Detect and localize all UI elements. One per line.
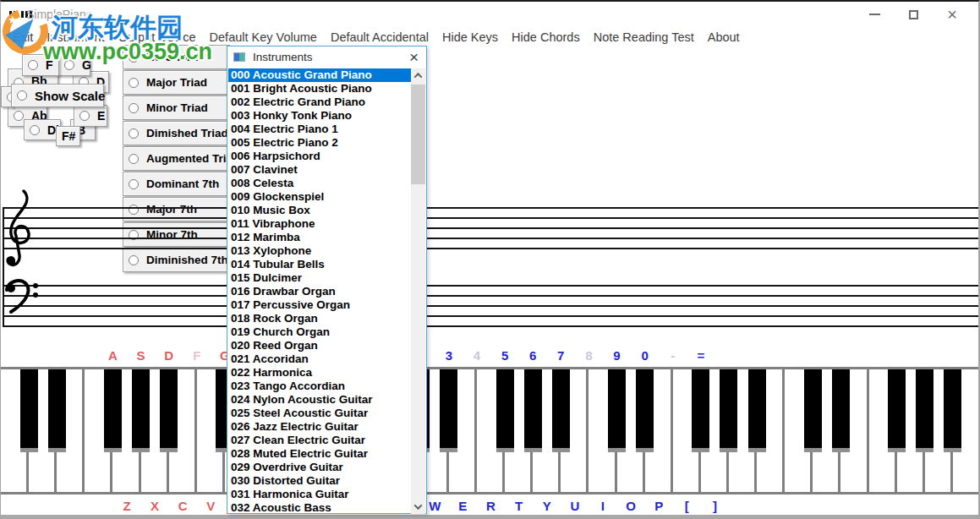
black-key-20[interactable]: [552, 369, 570, 452]
black-key-5[interactable]: [132, 369, 150, 452]
radio-key-g[interactable]: [64, 60, 74, 70]
instrument-list-item[interactable]: 025 Steel Acoustic Guitar: [228, 407, 412, 420]
radio-major-7th[interactable]: [129, 205, 139, 215]
instrument-list-item[interactable]: 011 Vibraphone: [228, 217, 412, 231]
instrument-list-item[interactable]: 030 Distorted Guitar: [228, 474, 412, 488]
chord-option-dominant-7th[interactable]: Dominant 7th: [123, 172, 230, 196]
close-button[interactable]: ×: [933, 2, 972, 27]
black-key-26[interactable]: [720, 369, 737, 452]
instrument-list-item[interactable]: 026 Jazz Electric Guitar: [228, 420, 412, 434]
instrument-list-item[interactable]: 032 Acoustic Bass: [228, 501, 412, 514]
menu-item-instrument[interactable]: Instrument: [40, 30, 112, 44]
scroll-up-button[interactable]: [411, 68, 425, 83]
chord-option-major-triad[interactable]: Major Triad: [123, 70, 230, 95]
instrument-list-item[interactable]: 013 Xylophone: [228, 244, 412, 258]
instrument-list-item[interactable]: 022 Harmonica: [228, 366, 412, 380]
instrument-list-item[interactable]: 010 Music Box: [228, 204, 412, 217]
key-panel-g[interactable]: G: [58, 54, 90, 76]
black-key-34[interactable]: [944, 369, 961, 452]
instrument-list-item[interactable]: 005 Electric Piano 2: [228, 136, 412, 150]
instrument-list-item[interactable]: 014 Tubular Bells: [228, 258, 412, 271]
chord-option-dimished-triad[interactable]: Dimished Triad: [123, 121, 230, 145]
black-key-22[interactable]: [608, 369, 626, 452]
instrument-list-item[interactable]: 008 Celesta: [228, 177, 412, 190]
radio-major-triad[interactable]: [129, 78, 139, 88]
key-panel-fsharp[interactable]: F#: [56, 126, 80, 146]
maximize-button[interactable]: [894, 2, 933, 27]
black-key-binding-label: 7: [550, 348, 572, 363]
radio-dominant-7th[interactable]: [129, 179, 139, 189]
instrument-list-item[interactable]: 001 Bright Acoustic Piano: [228, 82, 412, 96]
instrument-list-item[interactable]: 007 Clavinet: [228, 163, 412, 177]
radio-dimished-triad[interactable]: [129, 128, 139, 139]
key-panel-e[interactable]: E: [74, 105, 107, 127]
radio-diminished-7th[interactable]: [129, 255, 139, 265]
black-key-16[interactable]: [440, 369, 457, 452]
white-key-binding-label: P: [648, 499, 670, 513]
menu-item-hide-keys[interactable]: Hide Keys: [435, 30, 505, 44]
menu-item-default-key-volume[interactable]: Default Key Volume: [203, 30, 324, 44]
menu-item-output-device[interactable]: Output Device: [112, 30, 203, 44]
black-key-2[interactable]: [48, 369, 66, 452]
instrument-list-item[interactable]: 021 Accoridan: [228, 352, 412, 366]
instrument-list-item[interactable]: 002 Electric Grand Piano: [228, 96, 412, 109]
instrument-list-item[interactable]: 000 Acoustic Grand Piano: [228, 68, 412, 82]
black-key-6[interactable]: [160, 369, 178, 452]
radio-key-f[interactable]: [28, 60, 38, 70]
instrument-list-item[interactable]: 006 Harpsichord: [228, 150, 412, 163]
radio-key-ab[interactable]: [14, 111, 24, 121]
chord-option-minor-triad[interactable]: Minor Triad: [123, 96, 230, 120]
instrument-list-item[interactable]: 015 Dulcimer: [228, 271, 412, 285]
black-key-25[interactable]: [692, 369, 709, 452]
radio-key-e[interactable]: [79, 111, 90, 121]
instrument-list-item[interactable]: 018 Rock Organ: [228, 312, 412, 325]
radio-augmented-triad[interactable]: [129, 154, 139, 164]
instrument-list-item[interactable]: 029 Overdrive Guitar: [228, 461, 412, 474]
black-key-23[interactable]: [636, 369, 654, 452]
black-key-1[interactable]: [20, 369, 38, 452]
black-key-29[interactable]: [804, 369, 822, 452]
radio-show-scale[interactable]: [17, 90, 27, 101]
chord-option-minor-7th[interactable]: Minor 7th: [123, 222, 230, 247]
instrument-list-item[interactable]: 012 Marimba: [228, 231, 412, 244]
instrument-list-item[interactable]: 004 Electric Piano 1: [228, 123, 412, 136]
menu-item-default-accidental[interactable]: Default Accidental: [324, 30, 435, 44]
instrument-list-item[interactable]: 016 Drawbar Organ: [228, 285, 412, 298]
instrument-list-item[interactable]: 027 Clean Electric Guitar: [228, 434, 412, 447]
instrument-list-item[interactable]: 003 Honky Tonk Piano: [228, 109, 412, 123]
scrollbar-thumb[interactable]: [411, 85, 425, 184]
black-key-32[interactable]: [888, 369, 906, 452]
instrument-list-item[interactable]: 024 Nylon Acoustic Guitar: [228, 393, 412, 407]
black-key-18[interactable]: [496, 369, 514, 452]
radio-minor-triad[interactable]: [129, 103, 139, 113]
black-key-27[interactable]: [748, 369, 766, 452]
black-key-19[interactable]: [524, 369, 542, 452]
chord-option-diminished-7th[interactable]: Diminished 7th: [123, 248, 230, 272]
key-panel-show-scale[interactable]: Show Scale: [11, 84, 104, 107]
instruments-popup-close-button[interactable]: ×: [409, 48, 419, 67]
instrument-list-item[interactable]: 019 Church Organ: [228, 325, 412, 339]
instrument-list-scrollbar[interactable]: [411, 68, 425, 514]
radio-key-db[interactable]: [30, 125, 40, 135]
menu-item-note-reading-test[interactable]: Note Reading Test: [587, 30, 701, 44]
instruments-window-icon: [233, 52, 245, 62]
black-key-4[interactable]: [104, 369, 122, 452]
chord-option-augmented-triad[interactable]: Augmented Triad: [123, 146, 230, 171]
instrument-list-item[interactable]: 031 Harmonica Guitar: [228, 488, 412, 501]
menu-item-about[interactable]: About: [701, 30, 747, 44]
minimize-button[interactable]: [855, 2, 894, 27]
instrument-list-item[interactable]: 017 Percussive Organ: [228, 298, 412, 312]
instrument-list-item[interactable]: 023 Tango Accordian: [228, 380, 412, 393]
instrument-list-item[interactable]: 028 Muted Electric Guitar: [228, 447, 412, 461]
menu-item-exit[interactable]: Exit: [6, 30, 40, 44]
menu-item-hide-chords[interactable]: Hide Chords: [505, 30, 587, 44]
key-panel-f[interactable]: F: [22, 54, 59, 76]
black-key-33[interactable]: [916, 369, 933, 452]
scroll-down-button[interactable]: [411, 500, 425, 514]
black-key-30[interactable]: [832, 369, 850, 452]
instrument-list-item[interactable]: 020 Reed Organ: [228, 339, 412, 352]
radio-no-chord[interactable]: [129, 52, 139, 63]
chord-option-no-chord[interactable]: No Chord: [123, 45, 230, 69]
instruments-popup-titlebar[interactable]: Instruments ×: [227, 46, 426, 68]
instrument-list-item[interactable]: 009 Glockenspiel: [228, 190, 412, 204]
